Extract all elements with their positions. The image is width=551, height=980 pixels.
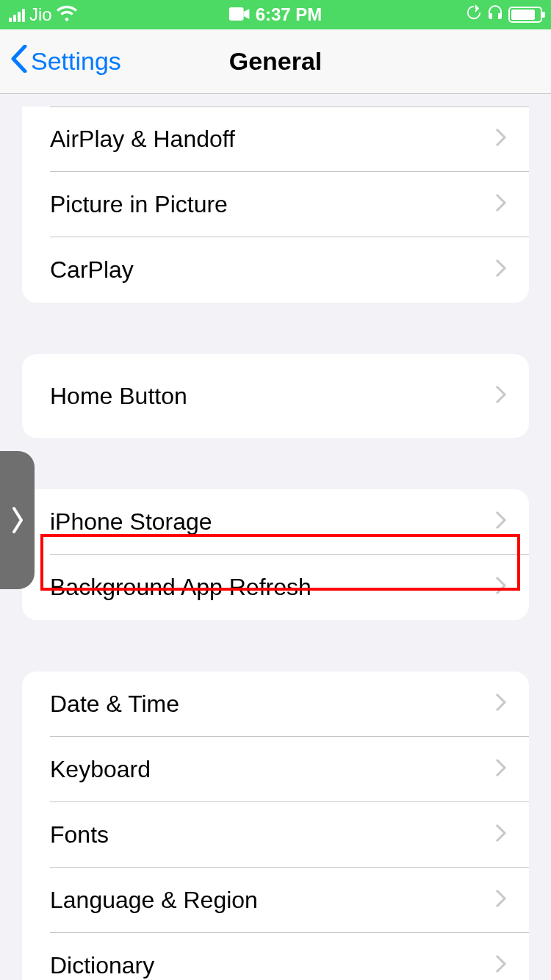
chevron-right-icon [495,191,507,218]
status-right [466,4,542,26]
row-label: Date & Time [50,691,179,718]
chevron-right-icon [495,126,507,153]
settings-group-1: AirPlay & Handoff Picture in Picture Car… [22,107,529,303]
row-picture-in-picture[interactable]: Picture in Picture [22,172,529,237]
row-label: CarPlay [50,256,134,284]
signal-icon [9,7,25,22]
back-label: Settings [31,47,121,76]
row-carplay[interactable]: CarPlay [22,237,529,303]
row-dictionary[interactable]: Dictionary [22,933,529,980]
row-label: Fonts [50,821,109,849]
row-keyboard[interactable]: Keyboard [22,737,529,802]
row-background-app-refresh[interactable]: Background App Refresh [22,555,529,620]
row-label: Dictionary [50,952,154,979]
back-button[interactable]: Settings [10,45,121,79]
status-left: Jio [9,2,77,27]
page-title: General [229,47,323,76]
row-date-time[interactable]: Date & Time [22,671,529,737]
row-label: Language & Region [50,887,258,914]
wifi-icon [57,2,77,27]
chevron-right-icon [495,256,507,284]
status-bar: Jio 6:37 PM [0,0,551,29]
row-language-region[interactable]: Language & Region [22,868,529,933]
row-fonts[interactable]: Fonts [22,802,529,868]
row-label: iPhone Storage [50,508,212,536]
status-center: 6:37 PM [229,4,323,25]
chevron-right-icon [495,756,507,783]
row-label: AirPlay & Handoff [50,126,235,153]
battery-icon [508,7,542,23]
svg-rect-0 [229,7,244,21]
chevron-right-icon [495,952,507,979]
carrier-label: Jio [29,4,52,25]
chevron-right-icon [495,691,507,718]
nav-bar: Settings General [0,29,551,94]
row-label: Background App Refresh [50,574,311,601]
row-label: Home Button [50,383,187,410]
row-label: Keyboard [50,756,151,783]
content-area: AirPlay & Handoff Picture in Picture Car… [0,94,551,980]
chevron-right-icon [495,508,507,536]
chevron-right-icon [495,887,507,914]
chevron-right-icon [495,574,507,601]
row-airplay-handoff[interactable]: AirPlay & Handoff [22,107,529,172]
row-home-button[interactable]: Home Button [22,354,529,438]
chevron-right-icon [495,821,507,849]
side-handle[interactable] [0,451,35,589]
settings-group-2: Home Button [22,354,529,438]
camera-icon [229,4,250,25]
row-iphone-storage[interactable]: iPhone Storage [22,489,529,555]
settings-group-4: Date & Time Keyboard Fonts Language & Re… [22,671,529,980]
headphones-icon [486,4,504,26]
time-label: 6:37 PM [256,4,323,25]
settings-group-3: iPhone Storage Background App Refresh [22,489,529,620]
chevron-right-icon [495,383,507,410]
back-chevron-icon [10,45,28,79]
row-label: Picture in Picture [50,191,228,218]
orientation-lock-icon [466,4,482,25]
